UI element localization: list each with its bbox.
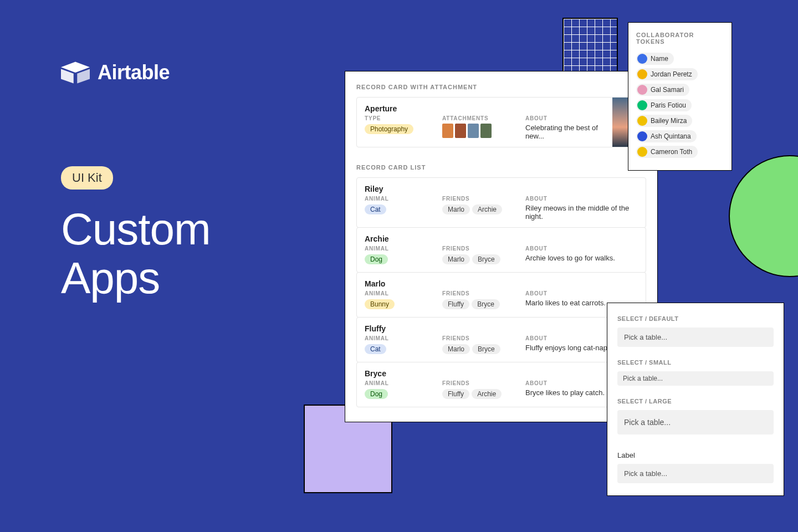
about-text: Riley meows in the middle of the night. (525, 204, 638, 221)
animal-tag: Dog (365, 389, 388, 399)
record-title: Archie (365, 234, 431, 243)
animal-tag: Bunny (365, 299, 395, 309)
field-label-animal: ANIMAL (365, 290, 431, 296)
field-label-friends: FRIENDS (442, 335, 514, 341)
collab-section-label: COLLABORATOR TOKENS (636, 32, 724, 45)
type-tag: Photography (365, 124, 413, 134)
avatar (637, 69, 647, 79)
decorative-green-circle (729, 155, 798, 277)
collaborator-name: Cameron Toth (651, 148, 692, 156)
collaborator-token[interactable]: Ash Quintana (636, 130, 724, 142)
avatar (637, 100, 647, 110)
friend-tag: Marlo (442, 344, 470, 354)
record-title: Aperture (365, 104, 431, 113)
field-label-friends: FRIENDS (442, 196, 514, 202)
record-card[interactable]: MarloANIMALBunnyFRIENDSFluffyBryceABOUTM… (356, 272, 646, 318)
record-card[interactable]: BryceANIMALDogFRIENDSFluffyArchieABOUTBr… (356, 362, 646, 407)
avatar (637, 147, 647, 157)
collaborator-token[interactable]: Cameron Toth (636, 146, 724, 158)
friend-tag: Bryce (472, 254, 500, 264)
about-text: Celebrating the best of new... (525, 124, 607, 140)
field-label-about: ABOUT (525, 245, 638, 252)
attachment-thumb[interactable] (442, 124, 453, 138)
attachment-thumb[interactable] (480, 124, 492, 138)
field-label-animal: ANIMAL (365, 196, 431, 202)
section-label-list: RECORD CARD LIST (356, 164, 646, 171)
friend-tag: Marlo (442, 204, 470, 214)
section-label-attachment: RECORD CARD WITH ATTACHMENT (356, 84, 646, 90)
field-label-friends: FRIENDS (442, 380, 514, 386)
collaborator-tokens-panel: COLLABORATOR TOKENS NameJordan PeretzGal… (628, 22, 732, 171)
brand-logo: Airtable (61, 61, 170, 84)
select-plain-label: Label (617, 451, 774, 459)
animal-tag: Dog (365, 254, 388, 264)
select-small-label: SELECT / SMALL (617, 359, 774, 366)
field-label-type: TYPE (365, 115, 431, 121)
brand-name: Airtable (98, 61, 170, 84)
select-large-label: SELECT / LARGE (617, 398, 774, 405)
record-card[interactable]: RileyANIMALCatFRIENDSMarloArchieABOUTRil… (356, 177, 646, 228)
record-card[interactable]: FluffyANIMALCatFRIENDSMarloBryceABOUTFlu… (356, 317, 646, 362)
field-label-attachments: ATTACHMENTS (442, 115, 514, 121)
field-label-animal: ANIMAL (365, 380, 431, 386)
avatar (637, 85, 647, 95)
select-default-label: SELECT / DEFAULT (617, 315, 774, 322)
collaborator-name: Paris Fotiou (651, 101, 686, 109)
avatar (637, 131, 647, 141)
collaborator-name: Bailey Mirza (651, 117, 687, 125)
friend-tag: Fluffy (442, 299, 469, 309)
airtable-logo-icon (61, 62, 90, 84)
friend-tag: Archie (472, 389, 502, 399)
about-text: Archie loves to go for walks. (525, 254, 638, 262)
field-label-about: ABOUT (525, 290, 638, 296)
collaborator-name: Ash Quintana (651, 132, 691, 140)
headline-line-1: Custom (61, 205, 211, 254)
collaborator-token[interactable]: Jordan Peretz (636, 68, 724, 80)
avatar (637, 54, 647, 64)
decorative-grid-square (562, 18, 618, 73)
collaborator-name: Name (651, 55, 668, 63)
friend-tag: Fluffy (442, 389, 469, 399)
headline-line-2: Apps (61, 254, 211, 303)
collaborator-token[interactable]: Gal Samari (636, 84, 724, 96)
record-card[interactable]: ArchieANIMALDogFRIENDSMarloBryceABOUTArc… (356, 227, 646, 273)
avatar (637, 116, 647, 126)
record-title: Riley (365, 185, 431, 193)
field-label-friends: FRIENDS (442, 290, 514, 296)
field-label-friends: FRIENDS (442, 245, 514, 252)
ui-kit-badge: UI Kit (61, 166, 113, 190)
collaborator-name: Jordan Peretz (651, 70, 692, 78)
record-title: Marlo (365, 279, 431, 288)
select-panel: SELECT / DEFAULT Pick a table... SELECT … (607, 303, 784, 496)
field-label-about: ABOUT (525, 196, 638, 202)
select-default[interactable]: Pick a table... (617, 328, 774, 347)
friend-tag: Archie (472, 204, 502, 214)
field-label-animal: ANIMAL (365, 245, 431, 252)
collaborator-token[interactable]: Paris Fotiou (636, 99, 724, 111)
attachment-thumbs (442, 124, 514, 138)
friend-tag: Marlo (442, 254, 470, 264)
select-labeled[interactable]: Pick a table... (617, 464, 774, 483)
collaborator-token[interactable]: Name (636, 53, 724, 65)
attachment-thumb[interactable] (455, 124, 466, 138)
select-small[interactable]: Pick a table... (617, 371, 774, 386)
attachment-thumb[interactable] (468, 124, 479, 138)
collaborator-token[interactable]: Bailey Mirza (636, 115, 724, 127)
animal-tag: Cat (365, 344, 386, 354)
friend-tag: Bryce (472, 344, 500, 354)
field-label-animal: ANIMAL (365, 335, 431, 341)
friend-tag: Bryce (472, 299, 500, 309)
select-large[interactable]: Pick a table... (617, 410, 774, 434)
field-label-about: ABOUT (525, 115, 607, 121)
record-title: Bryce (365, 369, 431, 378)
animal-tag: Cat (365, 204, 386, 214)
record-card-attachment[interactable]: Aperture TYPE Photography ATTACHMENTS AB… (356, 97, 646, 147)
page-title: Custom Apps (61, 205, 211, 303)
collaborator-name: Gal Samari (651, 86, 684, 94)
record-title: Fluffy (365, 324, 431, 333)
